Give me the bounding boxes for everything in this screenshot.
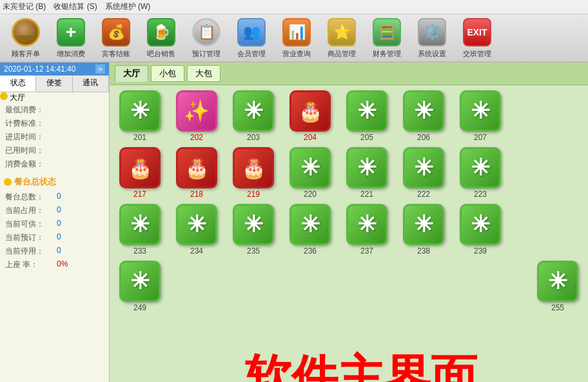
occupancy-label: 上座 率： — [5, 259, 57, 270]
consume-amount-label: 消费金额： — [5, 159, 50, 170]
section-hall-title: 大厅 — [0, 92, 109, 103]
occupied-label: 当前占用： — [5, 205, 57, 216]
table-236[interactable]: ✳ 236 — [285, 204, 335, 256]
finance-btn[interactable]: 🧮 财务管理 — [366, 17, 407, 59]
system-maintain-menu[interactable]: 系统维护 (W) — [105, 1, 151, 12]
table-223[interactable]: ✳ 223 — [455, 147, 505, 199]
table-row-2: 🎂 217 🎂 218 🎂 219 ✳ 220 ✳ 221 — [115, 147, 583, 199]
reserved-row: 当前预订： 0 — [0, 231, 109, 245]
table-grid: ✳ 201 ✨ 202 ✳ 203 🎂 204 ✳ 205 — [110, 85, 588, 317]
section1-label: 大厅 — [10, 93, 25, 102]
business-query-label: 营业查询 — [282, 49, 311, 59]
table-202[interactable]: ✨ 202 — [172, 90, 222, 142]
main-area: 2020-01-12 14:41:40 » 状态 便签 通讯 大厅 最低消费： … — [0, 63, 588, 382]
table-217[interactable]: 🎂 217 — [115, 147, 165, 199]
table-237[interactable]: ✳ 237 — [342, 204, 392, 256]
billing-standard-row: 计费标准： — [0, 117, 109, 130]
table-201[interactable]: ✳ 201 — [115, 90, 165, 142]
tab-hall[interactable]: 大厅 — [115, 65, 148, 82]
available-row: 当前可供： 0 — [0, 217, 109, 231]
reserved-label: 当前预订： — [5, 232, 57, 243]
datetime-arrow[interactable]: » — [95, 65, 105, 74]
table-249[interactable]: ✳ 249 — [115, 261, 165, 312]
enter-time-label: 进店时间： — [5, 132, 50, 143]
add-consume-label: 增加消费 — [57, 49, 85, 59]
goods-btn[interactable]: ⭐ 商品管理 — [321, 17, 362, 59]
available-value: 0 — [57, 219, 61, 230]
datetime-text: 2020-01-12 14:41:40 — [4, 65, 75, 74]
tab-status[interactable]: 状态 — [0, 75, 36, 92]
reserved-value: 0 — [57, 232, 61, 243]
member-btn[interactable]: 👥 会员管理 — [231, 17, 272, 59]
reservation-btn[interactable]: 📋 预订管理 — [186, 17, 227, 59]
tab-note[interactable]: 便签 — [36, 75, 72, 92]
toolbar: 顾客开单 + 增加消费 💰 宾客结账 🍺 吧台销售 📋 预订管理 👥 会员管理 … — [0, 14, 588, 63]
guest-checkout-label: 宾客结账 — [102, 49, 130, 59]
table-221[interactable]: ✳ 221 — [342, 147, 392, 199]
tab-small-room[interactable]: 小包 — [151, 65, 184, 82]
table-206[interactable]: ✳ 206 — [398, 90, 449, 142]
min-consume-row: 最低消费： — [0, 103, 109, 117]
table-234[interactable]: ✳ 234 — [172, 204, 222, 256]
table-220[interactable]: ✳ 220 — [285, 147, 335, 199]
table-row-4: ✳ 249 ✳ 255 — [115, 261, 583, 312]
tab-comm[interactable]: 通讯 — [73, 75, 109, 92]
goods-label: 商品管理 — [328, 49, 356, 59]
cashier-menu[interactable]: 收银结算 (S) — [54, 1, 97, 12]
dot-yellow2-icon — [4, 178, 12, 186]
occupancy-row: 上座 率： 0% — [0, 258, 109, 272]
table-205[interactable]: ✳ 205 — [342, 90, 392, 142]
table-218[interactable]: 🎂 218 — [172, 147, 222, 199]
guest-order-btn[interactable]: 顾客开单 — [5, 17, 46, 59]
settings-label: 系统设置 — [418, 49, 446, 59]
table-255[interactable]: ✳ 255 — [533, 261, 583, 312]
guest-order-label: 顾客开单 — [12, 49, 40, 59]
table-238[interactable]: ✳ 238 — [398, 204, 449, 256]
table-222[interactable]: ✳ 222 — [398, 147, 449, 199]
section2-label: 餐台总状态 — [14, 176, 56, 188]
table-204[interactable]: 🎂 204 — [285, 90, 335, 142]
handover-label: 交班管理 — [463, 49, 491, 59]
occupied-value: 0 — [57, 205, 61, 216]
suspended-value: 0 — [57, 246, 61, 257]
dot-yellow-icon — [0, 92, 8, 100]
table-233[interactable]: ✳ 233 — [115, 204, 165, 256]
settings-btn[interactable]: ⚙️ 系统设置 — [411, 17, 453, 59]
content-tabs-bar: 大厅 小包 大包 — [110, 63, 588, 85]
tab-large-room[interactable]: 大包 — [187, 65, 220, 82]
menu-bar: 未宾登记 (B) 收银结算 (S) 系统维护 (W) — [0, 0, 588, 14]
total-tables-value: 0 — [57, 192, 61, 203]
table-row-1: ✳ 201 ✨ 202 ✳ 203 🎂 204 ✳ 205 — [115, 90, 583, 142]
suspended-row: 当前停用： 0 — [0, 245, 109, 258]
available-label: 当前可供： — [5, 219, 57, 230]
table-239[interactable]: ✳ 239 — [455, 204, 505, 256]
bar-sales-btn[interactable]: 🍺 吧台销售 — [141, 17, 182, 59]
consume-amount-row: 消费金额： — [0, 157, 109, 171]
guest-checkout-btn[interactable]: 💰 宾客结账 — [95, 17, 137, 59]
finance-label: 财务管理 — [373, 49, 401, 59]
sidebar: 2020-01-12 14:41:40 » 状态 便签 通讯 大厅 最低消费： … — [0, 63, 110, 382]
datetime-bar: 2020-01-12 14:41:40 » — [0, 63, 109, 75]
guest-register-menu[interactable]: 未宾登记 (B) — [3, 1, 46, 12]
sidebar-tabs: 状态 便签 通讯 — [0, 75, 109, 92]
table-207[interactable]: ✳ 207 — [455, 90, 505, 142]
used-time-label: 已用时间： — [5, 145, 50, 156]
business-query-btn[interactable]: 📊 营业查询 — [276, 17, 317, 59]
table-219[interactable]: 🎂 219 — [228, 147, 279, 199]
add-consume-btn[interactable]: + 增加消费 — [50, 17, 92, 59]
section-stats-title: 餐台总状态 — [0, 174, 109, 190]
member-label: 会员管理 — [237, 49, 266, 59]
handover-btn[interactable]: EXIT 交班管理 — [456, 17, 498, 59]
table-203[interactable]: ✳ 203 — [228, 90, 279, 142]
table-row-3: ✳ 233 ✳ 234 ✳ 235 ✳ 236 ✳ 237 — [115, 204, 583, 256]
min-consume-label: 最低消费： — [5, 105, 50, 116]
reservation-label: 预订管理 — [192, 49, 220, 59]
used-time-row: 已用时间： — [0, 144, 109, 157]
billing-label: 计费标准： — [5, 118, 50, 129]
enter-time-row: 进店时间： — [0, 130, 109, 144]
occupied-row: 当前占用： 0 — [0, 204, 109, 217]
occupancy-value: 0% — [57, 259, 68, 270]
suspended-label: 当前停用： — [5, 246, 57, 257]
table-235[interactable]: ✳ 235 — [228, 204, 279, 256]
total-tables-row: 餐台总数： 0 — [0, 190, 109, 204]
